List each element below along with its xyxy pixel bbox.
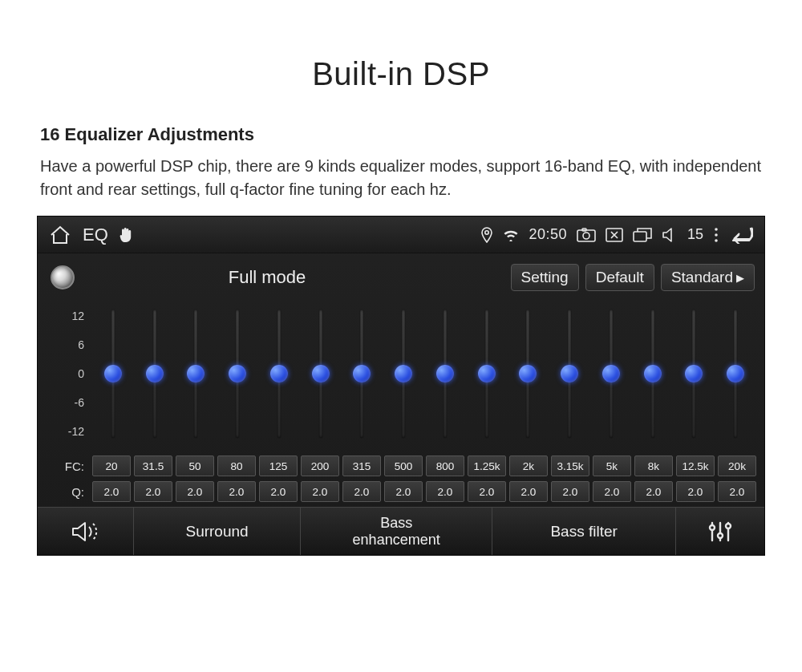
fc-value[interactable]: 20k [718,455,756,476]
q-value[interactable]: 2.0 [342,481,381,502]
value-rows: FC: 2031.550801252003155008001.25k2k3.15… [38,455,764,507]
q-value[interactable]: 2.0 [634,481,673,502]
eq-slider[interactable] [217,302,258,446]
q-value[interactable]: 2.0 [92,481,131,502]
svg-point-2 [583,233,589,239]
eq-slider[interactable] [424,302,466,446]
eq-slider[interactable] [508,302,549,446]
fc-value[interactable]: 3.15k [551,455,589,476]
svg-point-10 [710,525,715,530]
setting-button[interactable]: Setting [511,264,579,291]
page-title: Built-in DSP [0,56,802,92]
fc-value[interactable]: 315 [342,455,381,476]
slider-knob[interactable] [229,365,246,383]
scale-tick: -6 [75,396,84,409]
eq-sliders [92,302,756,446]
bass-filter-tab[interactable]: Bass filter [492,508,676,555]
speaker-tab[interactable] [38,508,134,555]
q-value[interactable]: 2.0 [301,481,339,502]
eq-settings-tab[interactable] [676,508,764,555]
default-button-label: Default [596,269,644,286]
slider-knob[interactable] [146,365,164,383]
fc-value[interactable]: 200 [301,455,339,476]
slider-knob[interactable] [353,365,371,383]
eq-slider[interactable] [590,302,632,446]
db-scale: 12 6 0 -6 -12 [39,302,92,446]
mode-label: Full mode [163,267,371,288]
fc-value[interactable]: 800 [426,455,464,476]
eq-slider[interactable] [134,302,176,446]
q-value[interactable]: 2.0 [593,481,631,502]
slider-knob[interactable] [104,365,122,383]
q-value[interactable]: 2.0 [676,481,715,502]
eq-slider[interactable] [466,302,508,446]
q-value[interactable]: 2.0 [718,481,756,502]
q-value[interactable]: 2.0 [259,481,298,502]
slider-knob[interactable] [395,365,412,383]
slider-knob[interactable] [436,365,454,383]
fc-value[interactable]: 50 [176,455,214,476]
eq-slider[interactable] [300,302,342,446]
preset-button[interactable]: Standard▶ [661,264,755,291]
slider-knob[interactable] [187,365,205,383]
fc-value[interactable]: 500 [384,455,423,476]
slider-knob[interactable] [644,365,662,383]
fc-value[interactable]: 2k [509,455,548,476]
fc-value[interactable]: 5k [593,455,631,476]
eq-slider[interactable] [176,302,217,446]
eq-slider[interactable] [632,302,674,446]
eq-slider[interactable] [342,302,383,446]
scale-tick: 0 [78,367,84,380]
eq-slider[interactable] [383,302,424,446]
hand-icon[interactable] [119,227,132,243]
slider-knob[interactable] [312,365,330,383]
q-value[interactable]: 2.0 [384,481,423,502]
slider-knob[interactable] [519,365,537,383]
default-button[interactable]: Default [585,264,654,291]
bass-enhancement-tab[interactable]: Bass enhancement [301,508,492,555]
setting-button-label: Setting [521,269,569,286]
slider-knob[interactable] [602,365,620,383]
fc-value[interactable]: 80 [217,455,256,476]
q-value[interactable]: 2.0 [426,481,464,502]
fc-value[interactable]: 8k [634,455,673,476]
more-icon[interactable] [713,227,719,243]
fc-value[interactable]: 125 [259,455,298,476]
record-indicator[interactable] [51,265,75,289]
preset-button-label: Standard [671,269,733,286]
fc-value[interactable]: 12.5k [676,455,715,476]
volume-icon[interactable] [662,228,678,242]
eq-slider[interactable] [258,302,300,446]
slider-knob[interactable] [685,365,703,383]
slider-knob[interactable] [727,365,744,383]
clock: 20:50 [529,226,567,243]
wifi-icon [503,229,519,241]
fc-value[interactable]: 1.25k [468,455,506,476]
control-row: Full mode Setting Default Standard▶ [38,253,764,298]
close-box-icon[interactable] [606,228,623,242]
q-value[interactable]: 2.0 [217,481,256,502]
home-icon[interactable] [49,225,71,245]
q-value[interactable]: 2.0 [551,481,589,502]
location-icon [480,227,493,243]
slider-knob[interactable] [561,365,578,383]
q-value[interactable]: 2.0 [176,481,214,502]
svg-point-7 [715,233,718,237]
eq-slider[interactable] [549,302,590,446]
surround-tab-label: Surround [185,523,248,540]
eq-slider[interactable] [92,302,134,446]
fc-value[interactable]: 31.5 [134,455,172,476]
fc-value[interactable]: 20 [92,455,131,476]
slider-knob[interactable] [478,365,496,383]
slider-knob[interactable] [270,365,288,383]
q-value[interactable]: 2.0 [509,481,548,502]
surround-tab[interactable]: Surround [134,508,301,555]
camera-icon[interactable] [577,228,596,242]
windows-icon[interactable] [633,228,652,242]
q-grid: 2.02.02.02.02.02.02.02.02.02.02.02.02.02… [92,481,756,502]
back-icon[interactable] [729,226,753,244]
q-value[interactable]: 2.0 [134,481,172,502]
eq-slider[interactable] [674,302,715,446]
eq-slider[interactable] [715,302,756,446]
q-value[interactable]: 2.0 [468,481,506,502]
